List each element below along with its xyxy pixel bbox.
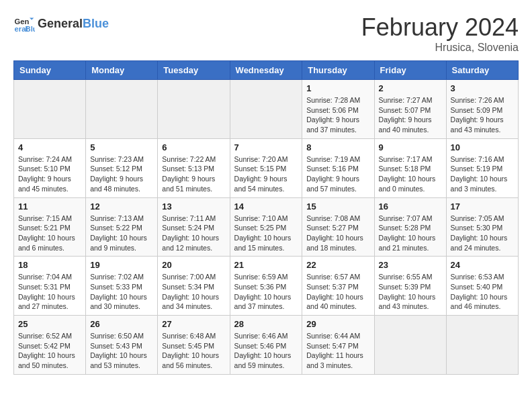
day-info: Sunrise: 7:05 AM Sunset: 5:30 PM Dayligh… <box>451 214 514 253</box>
week-row-5: 25Sunrise: 6:52 AM Sunset: 5:42 PM Dayli… <box>14 316 519 375</box>
day-number: 6 <box>162 142 225 152</box>
day-info: Sunrise: 7:04 AM Sunset: 5:31 PM Dayligh… <box>18 272 81 312</box>
calendar-header: SundayMondayTuesdayWednesdayThursdayFrid… <box>14 61 519 80</box>
calendar-cell: 25Sunrise: 6:52 AM Sunset: 5:42 PM Dayli… <box>14 316 86 375</box>
day-number: 13 <box>162 201 225 212</box>
day-number: 23 <box>379 260 442 270</box>
calendar-cell: 10Sunrise: 7:16 AM Sunset: 5:19 PM Dayli… <box>446 138 518 197</box>
day-info: Sunrise: 7:00 AM Sunset: 5:34 PM Dayligh… <box>162 272 225 312</box>
day-info: Sunrise: 6:48 AM Sunset: 5:45 PM Dayligh… <box>162 331 225 371</box>
calendar-cell <box>446 316 518 375</box>
day-number: 10 <box>451 142 514 152</box>
day-number: 25 <box>18 319 81 329</box>
day-info: Sunrise: 7:22 AM Sunset: 5:13 PM Dayligh… <box>162 154 225 194</box>
week-row-4: 18Sunrise: 7:04 AM Sunset: 5:31 PM Dayli… <box>14 257 519 316</box>
day-number: 27 <box>162 319 225 329</box>
calendar-cell <box>374 316 446 375</box>
calendar-cell: 20Sunrise: 7:00 AM Sunset: 5:34 PM Dayli… <box>158 257 230 316</box>
day-number: 24 <box>451 260 514 270</box>
calendar-cell: 24Sunrise: 6:53 AM Sunset: 5:40 PM Dayli… <box>446 257 518 316</box>
day-number: 3 <box>451 83 514 93</box>
calendar-cell: 8Sunrise: 7:19 AM Sunset: 5:16 PM Daylig… <box>302 138 374 197</box>
title-area: February 2024 Hrusica, Slovenia <box>361 13 519 54</box>
calendar-cell: 15Sunrise: 7:08 AM Sunset: 5:27 PM Dayli… <box>302 197 374 257</box>
calendar-cell: 23Sunrise: 6:55 AM Sunset: 5:39 PM Dayli… <box>374 257 446 316</box>
svg-text:Blue: Blue <box>26 25 35 33</box>
day-info: Sunrise: 7:10 AM Sunset: 5:25 PM Dayligh… <box>234 214 298 253</box>
day-info: Sunrise: 6:53 AM Sunset: 5:40 PM Dayligh… <box>451 272 514 312</box>
calendar-cell <box>14 80 86 139</box>
week-row-3: 11Sunrise: 7:15 AM Sunset: 5:21 PM Dayli… <box>14 197 519 257</box>
day-info: Sunrise: 6:55 AM Sunset: 5:39 PM Dayligh… <box>379 272 442 312</box>
calendar-body: 1Sunrise: 7:28 AM Sunset: 5:06 PM Daylig… <box>14 80 519 375</box>
calendar-cell: 27Sunrise: 6:48 AM Sunset: 5:45 PM Dayli… <box>158 316 230 375</box>
calendar-cell: 17Sunrise: 7:05 AM Sunset: 5:30 PM Dayli… <box>446 197 518 257</box>
calendar-cell: 4Sunrise: 7:24 AM Sunset: 5:10 PM Daylig… <box>14 138 86 197</box>
calendar-cell: 7Sunrise: 7:20 AM Sunset: 5:15 PM Daylig… <box>230 138 302 197</box>
day-number: 9 <box>379 142 442 152</box>
day-number: 29 <box>306 319 369 329</box>
day-number: 21 <box>234 260 298 270</box>
day-info: Sunrise: 6:50 AM Sunset: 5:43 PM Dayligh… <box>90 331 153 371</box>
week-row-2: 4Sunrise: 7:24 AM Sunset: 5:10 PM Daylig… <box>14 138 519 197</box>
day-info: Sunrise: 7:19 AM Sunset: 5:16 PM Dayligh… <box>306 154 369 194</box>
day-info: Sunrise: 7:27 AM Sunset: 5:07 PM Dayligh… <box>379 95 442 135</box>
calendar-cell: 13Sunrise: 7:11 AM Sunset: 5:24 PM Dayli… <box>158 197 230 257</box>
weekday-header-thursday: Thursday <box>302 61 374 80</box>
weekday-header-tuesday: Tuesday <box>158 61 230 80</box>
day-number: 2 <box>379 83 442 93</box>
calendar-cell: 29Sunrise: 6:44 AM Sunset: 5:47 PM Dayli… <box>302 316 374 375</box>
calendar-cell: 28Sunrise: 6:46 AM Sunset: 5:46 PM Dayli… <box>230 316 302 375</box>
calendar-cell <box>86 80 158 139</box>
day-number: 26 <box>90 319 153 329</box>
day-number: 28 <box>234 319 298 329</box>
calendar-cell: 26Sunrise: 6:50 AM Sunset: 5:43 PM Dayli… <box>86 316 158 375</box>
day-info: Sunrise: 7:02 AM Sunset: 5:33 PM Dayligh… <box>90 272 153 312</box>
calendar-cell: 5Sunrise: 7:23 AM Sunset: 5:12 PM Daylig… <box>86 138 158 197</box>
weekday-header-sunday: Sunday <box>14 61 86 80</box>
day-info: Sunrise: 7:08 AM Sunset: 5:27 PM Dayligh… <box>306 214 369 253</box>
calendar-cell: 21Sunrise: 6:59 AM Sunset: 5:36 PM Dayli… <box>230 257 302 316</box>
calendar-cell: 2Sunrise: 7:27 AM Sunset: 5:07 PM Daylig… <box>374 80 446 139</box>
weekday-header-saturday: Saturday <box>446 61 518 80</box>
logo-blue: Blue <box>83 17 109 30</box>
week-row-1: 1Sunrise: 7:28 AM Sunset: 5:06 PM Daylig… <box>14 80 519 139</box>
logo: Gen eral Blue GeneralBlue <box>13 13 109 35</box>
subtitle: Hrusica, Slovenia <box>361 42 519 54</box>
day-number: 15 <box>306 201 369 212</box>
logo-general: General <box>38 17 83 30</box>
logo-icon: Gen eral Blue <box>13 13 35 35</box>
day-number: 19 <box>90 260 153 270</box>
day-number: 22 <box>306 260 369 270</box>
day-info: Sunrise: 6:46 AM Sunset: 5:46 PM Dayligh… <box>234 331 298 371</box>
day-number: 20 <box>162 260 225 270</box>
weekday-header-wednesday: Wednesday <box>230 61 302 80</box>
calendar: SundayMondayTuesdayWednesdayThursdayFrid… <box>13 60 519 375</box>
calendar-cell: 16Sunrise: 7:07 AM Sunset: 5:28 PM Dayli… <box>374 197 446 257</box>
calendar-cell: 11Sunrise: 7:15 AM Sunset: 5:21 PM Dayli… <box>14 197 86 257</box>
calendar-cell: 19Sunrise: 7:02 AM Sunset: 5:33 PM Dayli… <box>86 257 158 316</box>
day-info: Sunrise: 7:15 AM Sunset: 5:21 PM Dayligh… <box>18 214 81 253</box>
calendar-cell: 18Sunrise: 7:04 AM Sunset: 5:31 PM Dayli… <box>14 257 86 316</box>
weekday-header-monday: Monday <box>86 61 158 80</box>
calendar-cell: 14Sunrise: 7:10 AM Sunset: 5:25 PM Dayli… <box>230 197 302 257</box>
day-number: 17 <box>451 201 514 212</box>
day-info: Sunrise: 7:26 AM Sunset: 5:09 PM Dayligh… <box>451 95 514 135</box>
day-info: Sunrise: 7:13 AM Sunset: 5:22 PM Dayligh… <box>90 214 153 253</box>
day-number: 4 <box>18 142 81 152</box>
calendar-cell: 1Sunrise: 7:28 AM Sunset: 5:06 PM Daylig… <box>302 80 374 139</box>
day-number: 1 <box>306 83 369 93</box>
day-number: 12 <box>90 201 153 212</box>
day-info: Sunrise: 6:59 AM Sunset: 5:36 PM Dayligh… <box>234 272 298 312</box>
calendar-cell: 12Sunrise: 7:13 AM Sunset: 5:22 PM Dayli… <box>86 197 158 257</box>
day-info: Sunrise: 7:24 AM Sunset: 5:10 PM Dayligh… <box>18 154 81 194</box>
day-info: Sunrise: 6:57 AM Sunset: 5:37 PM Dayligh… <box>306 272 369 312</box>
day-info: Sunrise: 7:17 AM Sunset: 5:18 PM Dayligh… <box>379 154 442 194</box>
header: Gen eral Blue GeneralBlue February 2024 … <box>13 13 519 54</box>
weekday-header-friday: Friday <box>374 61 446 80</box>
calendar-cell <box>158 80 230 139</box>
day-number: 7 <box>234 142 298 152</box>
svg-marker-2 <box>30 17 34 21</box>
day-number: 18 <box>18 260 81 270</box>
day-info: Sunrise: 7:20 AM Sunset: 5:15 PM Dayligh… <box>234 154 298 194</box>
